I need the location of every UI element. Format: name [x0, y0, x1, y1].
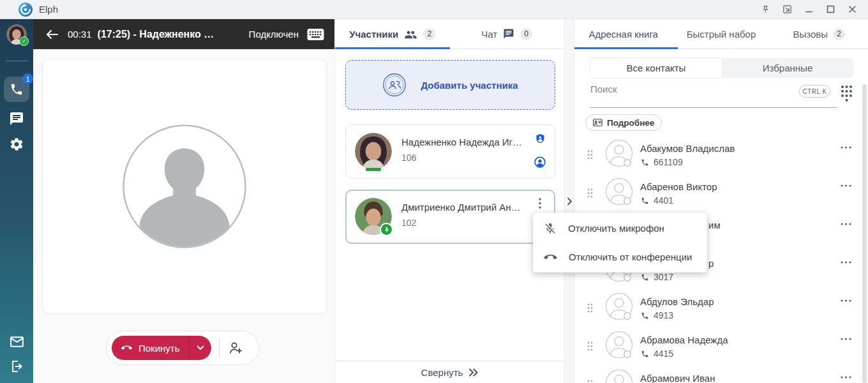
call-status: Подключен [249, 29, 299, 40]
expand-chevron-icon[interactable] [567, 197, 572, 206]
collapse-panel-button[interactable]: Свернуть [335, 361, 564, 383]
people-icon [404, 29, 417, 39]
add-participant-label: Добавить участника [421, 80, 518, 91]
contact-row[interactable]: Абрамова Надежда 4415 [574, 327, 868, 365]
leave-call-button[interactable]: Покинуть [112, 336, 211, 360]
contact-name: р [708, 258, 714, 269]
call-header: 00:31 (17:25) - Надежненко … Подключен [33, 19, 334, 49]
drag-handle[interactable] [587, 303, 593, 313]
contact-row[interactable]: Абрамович Иван [574, 365, 868, 383]
more-icon[interactable] [841, 146, 851, 149]
more-icon[interactable] [841, 261, 851, 264]
calls-tab-badge: 2 [833, 28, 845, 40]
chat-count-badge: 0 [520, 28, 532, 40]
sidebar-item-mail[interactable] [9, 334, 25, 350]
participant-card[interactable]: Надежненко Надежда Иг… 106 [345, 124, 555, 179]
contact-row[interactable]: Абакумов Владислав 661109 [574, 135, 868, 174]
participant-name: Надежненко Надежда Иг… [401, 137, 533, 147]
participant-name: Дмитриенко Дмитрий Ан… [401, 202, 533, 213]
call-controls: Покинуть [106, 331, 259, 365]
more-icon[interactable] [841, 184, 851, 187]
menu-item-mute-mic[interactable]: Отключить микрофон [533, 214, 707, 243]
collapse-label: Свернуть [421, 367, 463, 378]
chat-bubble-icon [503, 28, 514, 40]
contact-row[interactable]: Абдулов Эльдар 4913 [574, 289, 868, 327]
tab-address-book-label: Адресная книга [588, 29, 658, 40]
sidebar-item-calls[interactable]: 1 [4, 77, 29, 102]
menu-item-label: Отключить от конференции [569, 252, 692, 262]
tab-address-book[interactable]: Адресная книга [574, 19, 672, 49]
segment-favorites[interactable]: Избранные [722, 58, 853, 78]
add-participant-button[interactable]: Добавить участника [345, 60, 555, 110]
drag-handle[interactable] [587, 380, 593, 383]
app-logo-icon [19, 3, 33, 17]
contact-phone: 3017 [641, 272, 673, 282]
address-tabs: Адресная книга Быстрый набор Вызовы 2 [574, 19, 868, 49]
drag-handle[interactable] [587, 188, 593, 198]
chevron-down-icon [197, 345, 204, 350]
call-body: Покинуть [33, 49, 334, 383]
contact-avatar [605, 292, 636, 323]
participant-context-menu: Отключить микрофон Отключить от конферен… [533, 213, 707, 273]
tab-chat-label: Чат [481, 29, 497, 40]
tab-speed-dial-label: Быстрый набор [687, 29, 756, 40]
mic-on-badge [380, 223, 393, 236]
leave-options-button[interactable] [189, 336, 211, 360]
more-icon[interactable] [841, 376, 851, 379]
tab-participants-label: Участники [349, 29, 398, 40]
scrollbar[interactable] [862, 84, 867, 383]
maximize-icon[interactable] [825, 4, 836, 15]
more-icon[interactable] [841, 338, 851, 340]
contact-phone: 661109 [641, 157, 683, 167]
controls-divider [219, 338, 220, 357]
menu-item-disconnect[interactable]: Отключить от конференции [533, 243, 707, 271]
drag-handle[interactable] [587, 342, 593, 351]
phone-small-icon [641, 273, 649, 282]
minimize-icon[interactable] [803, 4, 814, 15]
phone-small-icon [641, 350, 649, 358]
speaking-indicator [366, 168, 381, 171]
keyboard-icon[interactable] [307, 28, 324, 41]
add-person-button[interactable] [228, 340, 244, 356]
popout-icon[interactable] [781, 4, 793, 15]
search-input[interactable]: Поиск [590, 84, 617, 94]
more-icon[interactable] [841, 299, 851, 302]
sidebar-divider [5, 61, 28, 61]
participant-number: 106 [401, 153, 533, 163]
tab-speed-dial[interactable]: Быстрый набор [672, 19, 770, 49]
more-vertical-icon[interactable] [539, 198, 541, 209]
contact-card-icon [593, 119, 602, 126]
contact-avatar [605, 177, 636, 208]
window-controls [760, 4, 858, 15]
close-icon[interactable] [846, 4, 858, 15]
mic-icon [384, 226, 390, 234]
sidebar-item-logout[interactable] [9, 359, 24, 374]
tab-chat[interactable]: Чат 0 [450, 19, 565, 49]
contact-row[interactable]: Абаренов Виктор 4401 [574, 174, 868, 212]
person-circle-icon [534, 156, 546, 169]
back-arrow-icon[interactable] [46, 29, 59, 40]
drag-handle[interactable] [587, 150, 593, 160]
tab-participants[interactable]: Участники 2 [335, 19, 450, 49]
more-icon[interactable] [841, 223, 851, 225]
sidebar-item-settings[interactable] [9, 137, 24, 152]
participant-card-selected[interactable]: Дмитриенко Дмитрий Ан… 102 [345, 190, 555, 244]
panel-gutter[interactable] [564, 19, 574, 383]
sidebar-bottom [9, 334, 25, 374]
user-avatar[interactable]: ✓ [6, 24, 27, 45]
segment-all-contacts[interactable]: Все контакты [590, 58, 722, 78]
details-button[interactable]: Подробнее [585, 114, 662, 131]
contact-phone-number: 661109 [654, 157, 683, 167]
pin-icon[interactable] [760, 4, 771, 15]
contact-name: Абакумов Владислав [640, 143, 735, 154]
dialpad-icon[interactable] [840, 84, 853, 102]
leave-call-main[interactable]: Покинуть [112, 336, 189, 360]
participant-info: Надежненко Надежда Иг… 106 [401, 133, 533, 178]
tab-calls[interactable]: Вызовы 2 [770, 19, 868, 49]
contact-phone-number: 3017 [654, 272, 673, 282]
mic-off-icon [544, 222, 557, 235]
app-window: Elph [0, 0, 868, 383]
sidebar-item-chat[interactable] [9, 111, 24, 126]
tab-calls-label: Вызовы [793, 29, 828, 40]
calls-count-badge: 1 [22, 73, 33, 84]
